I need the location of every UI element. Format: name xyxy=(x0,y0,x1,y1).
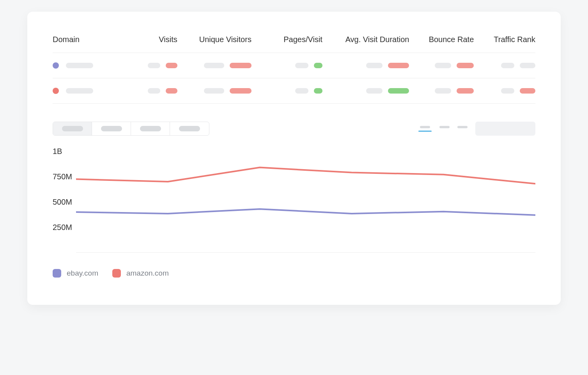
granularity-tab-2[interactable] xyxy=(439,126,450,128)
placeholder-bar xyxy=(204,88,224,94)
placeholder-bar xyxy=(148,88,160,94)
placeholder-bar xyxy=(295,63,308,68)
placeholder-bar xyxy=(501,88,514,94)
segment-1[interactable] xyxy=(53,122,92,135)
y-axis-labels: 250M500M750M1B xyxy=(53,151,76,253)
placeholder-bar xyxy=(66,88,93,94)
table-row[interactable] xyxy=(53,78,535,104)
trend-bar xyxy=(314,88,322,94)
trend-bar xyxy=(230,88,251,94)
cell-domain xyxy=(53,88,125,94)
table-row[interactable] xyxy=(53,53,535,78)
cell-metric xyxy=(295,88,322,94)
placeholder-bar xyxy=(366,63,383,68)
cell-metric xyxy=(204,88,251,94)
granularity-tabs xyxy=(418,126,468,132)
legend-item-ebay[interactable]: ebay.com xyxy=(53,269,98,278)
placeholder-bar xyxy=(435,63,451,68)
cell-metric xyxy=(435,88,474,94)
th-traffic-rank: Traffic Rank xyxy=(494,35,535,44)
legend-item-amazon[interactable]: amazon.com xyxy=(112,269,169,278)
granularity-tab-3[interactable] xyxy=(457,126,468,128)
placeholder-bar xyxy=(204,63,224,68)
metrics-table: Domain Visits Unique Visitors Pages/Visi… xyxy=(53,35,535,104)
cell-metric xyxy=(148,63,177,68)
th-bounce-rate: Bounce Rate xyxy=(429,35,474,44)
trend-bar xyxy=(388,88,409,94)
th-unique-visitors: Unique Visitors xyxy=(199,35,251,44)
placeholder-bar xyxy=(66,63,93,68)
placeholder-bar xyxy=(148,63,160,68)
trend-bar xyxy=(457,63,474,68)
chart-legend: ebay.com amazon.com xyxy=(53,269,535,278)
cell-domain xyxy=(53,62,125,69)
domain-color-dot xyxy=(53,62,59,69)
cell-metric xyxy=(435,63,474,68)
placeholder-bar xyxy=(366,88,383,94)
date-range-selector[interactable] xyxy=(475,122,535,136)
chart-plot-area xyxy=(76,151,535,253)
th-avg-visit-duration: Avg. Visit Duration xyxy=(345,35,409,44)
analytics-card: Domain Visits Unique Visitors Pages/Visi… xyxy=(27,12,561,305)
legend-label: amazon.com xyxy=(126,269,169,278)
cell-metric xyxy=(501,88,535,94)
th-visits: Visits xyxy=(159,35,177,44)
cell-metric xyxy=(366,88,409,94)
segment-4[interactable] xyxy=(170,122,209,135)
y-axis-tick-label: 500M xyxy=(53,198,72,207)
granularity-tab-1[interactable] xyxy=(418,126,432,132)
placeholder-bar xyxy=(501,63,514,68)
trend-bar xyxy=(388,63,409,68)
th-pages-visit: Pages/Visit xyxy=(283,35,322,44)
table-header-row: Domain Visits Unique Visitors Pages/Visi… xyxy=(53,35,535,53)
cell-metric xyxy=(204,63,251,68)
trend-bar xyxy=(230,63,251,68)
cell-metric xyxy=(295,63,322,68)
chart-controls xyxy=(53,122,535,136)
legend-swatch xyxy=(112,269,121,278)
placeholder-bar xyxy=(295,88,308,94)
legend-swatch xyxy=(53,269,61,278)
cell-metric xyxy=(148,88,177,94)
chart-series-line xyxy=(76,168,535,184)
line-chart: 250M500M750M1B xyxy=(53,151,535,253)
th-domain: Domain xyxy=(53,35,125,44)
y-axis-tick-label: 1B xyxy=(53,147,62,156)
trend-bar xyxy=(520,63,535,68)
trend-bar xyxy=(457,88,474,94)
y-axis-tick-label: 250M xyxy=(53,223,72,232)
table-body xyxy=(53,53,535,104)
metric-segmented-control xyxy=(53,122,209,136)
cell-metric xyxy=(501,63,535,68)
placeholder-bar xyxy=(435,88,451,94)
domain-color-dot xyxy=(53,88,59,94)
cell-metric xyxy=(366,63,409,68)
segment-2[interactable] xyxy=(92,122,131,135)
trend-bar xyxy=(314,63,322,68)
y-axis-tick-label: 750M xyxy=(53,172,72,181)
legend-label: ebay.com xyxy=(67,269,98,278)
trend-bar xyxy=(166,63,177,68)
chart-series-line xyxy=(76,209,535,215)
trend-bar xyxy=(520,88,535,94)
trend-bar xyxy=(166,88,177,94)
segment-3[interactable] xyxy=(131,122,170,135)
